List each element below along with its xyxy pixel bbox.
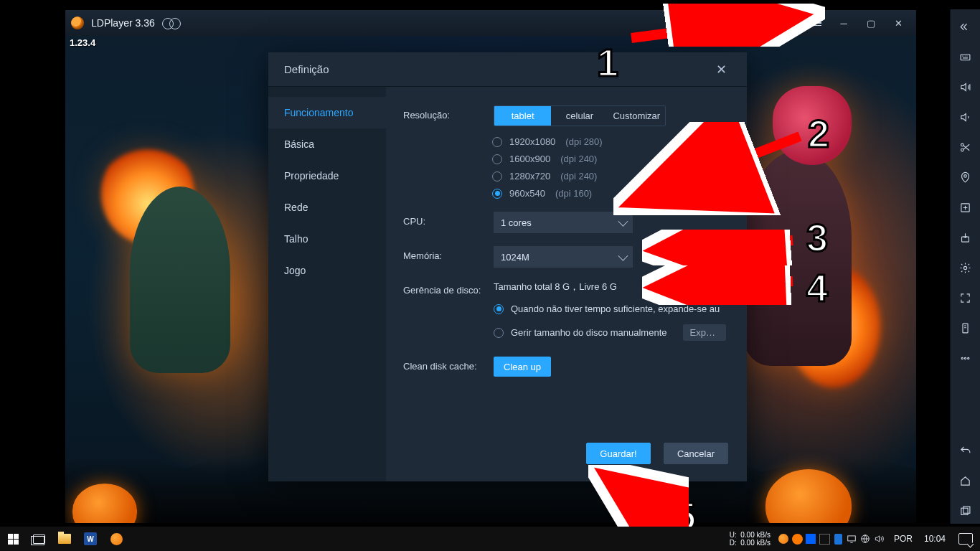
network-rate: U: 0.00 kB/s D: 0.00 kB/s (725, 531, 775, 547)
segment-customizar[interactable]: Customizar (608, 106, 665, 126)
svg-point-6 (963, 266, 966, 269)
tab-rede[interactable]: Rede (268, 192, 386, 223)
radio-icon (492, 171, 502, 182)
memory-select[interactable]: 1024M (494, 246, 633, 268)
language-indicator[interactable]: POR (888, 534, 918, 544)
chevron-down-icon (618, 217, 628, 227)
radio-icon (494, 304, 504, 314)
cache-label: Clean disk cache: (403, 357, 494, 377)
radio-icon (492, 154, 502, 164)
resolution-option-1600[interactable]: 1600x900 (dpi 240) (492, 154, 666, 164)
tray-icon[interactable] (778, 533, 790, 545)
dialog-close-button[interactable]: ✕ (711, 60, 731, 80)
tab-jogo[interactable]: Jogo (268, 255, 386, 286)
maximize-button[interactable]: ▢ (859, 13, 883, 33)
tray-icon[interactable] (846, 533, 858, 545)
chevron-down-icon (618, 251, 628, 261)
start-button[interactable] (0, 527, 26, 551)
task-view-button[interactable] (26, 527, 52, 551)
dialog-content: Resolução: tablet celular Customizar 192… (386, 87, 747, 481)
gamepad-icon[interactable] (162, 17, 181, 29)
disk-option-manual[interactable]: Gerir tamanho do disco manualmente Expan… (494, 324, 734, 341)
clock[interactable]: 10:04 (918, 534, 951, 544)
network-icon[interactable] (859, 533, 872, 545)
more-icon[interactable] (951, 345, 981, 371)
radio-icon (492, 189, 502, 199)
radio-icon (494, 328, 504, 338)
svg-rect-0 (961, 54, 970, 60)
game-version-label: 1.23.4 (70, 37, 95, 48)
tab-basica[interactable]: Básica (268, 128, 386, 160)
svg-rect-7 (963, 324, 968, 333)
word-button[interactable]: W (77, 527, 103, 551)
expand-disk-button[interactable]: Expanção (683, 324, 726, 341)
add-instance-icon[interactable] (951, 194, 981, 220)
tab-talho[interactable]: Talho (268, 223, 386, 255)
settings-dialog: Definição ✕ Funcionamento Básica Proprie… (268, 52, 747, 481)
resolution-segment: tablet celular Customizar (494, 105, 666, 126)
memory-label: Memória: (403, 246, 494, 268)
tray-icon[interactable] (791, 533, 804, 545)
svg-rect-12 (963, 507, 970, 513)
segment-celular[interactable]: celular (551, 106, 608, 126)
titlebar: LDPlayer 3.36 ─ ▢ ✕ (65, 10, 916, 36)
disk-option-auto[interactable]: Quando não tiver tempo suficiente, expan… (494, 303, 734, 314)
cpu-select[interactable]: 1 cores (494, 212, 633, 233)
svg-rect-20 (848, 536, 856, 541)
system-tray[interactable] (775, 533, 888, 545)
action-center-button[interactable] (951, 533, 980, 545)
svg-point-3 (964, 174, 967, 177)
clean-cache-button[interactable]: Clean up (494, 357, 551, 377)
right-toolbar (950, 9, 980, 524)
tray-icon[interactable] (805, 533, 817, 545)
scissors-icon[interactable] (951, 134, 981, 160)
disk-label: Gerência de disco: (403, 281, 494, 341)
ldplayer-taskbar-button[interactable] (103, 527, 129, 551)
install-apk-icon[interactable] (951, 225, 981, 250)
cancel-button[interactable]: Cancelar (664, 443, 728, 464)
fullscreen-icon[interactable] (951, 285, 981, 311)
tab-funcionamento[interactable]: Funcionamento (268, 97, 386, 128)
resolution-option-1920[interactable]: 1920x1080 (dpi 280) (492, 136, 666, 147)
disk-summary: Tamanho total 8 G，Livre 6 G (494, 281, 734, 293)
volume-down-icon[interactable] (951, 104, 981, 130)
svg-point-10 (968, 357, 969, 359)
location-icon[interactable] (951, 164, 981, 190)
app-title: LDPlayer 3.36 (91, 17, 155, 29)
save-button[interactable]: Guardar! (586, 443, 651, 464)
svg-point-9 (964, 357, 966, 359)
close-button[interactable]: ✕ (886, 13, 910, 33)
ldplayer-logo-icon (71, 17, 84, 29)
dialog-sidebar: Funcionamento Básica Propriedade Rede Ta… (268, 87, 386, 481)
resolution-option-1280[interactable]: 1280x720 (dpi 240) (492, 171, 666, 182)
back-icon[interactable] (951, 438, 981, 463)
resolution-option-960[interactable]: 960x540 (dpi 160) (492, 188, 666, 199)
volume-up-icon[interactable] (951, 74, 981, 100)
volume-icon[interactable] (873, 533, 885, 545)
cpu-label: CPU: (403, 212, 494, 233)
bluetooth-icon[interactable] (832, 533, 844, 545)
remote-icon[interactable] (951, 315, 981, 341)
minimize-button[interactable]: ─ (831, 13, 856, 33)
dialog-title: Definição (284, 63, 329, 75)
background-art (87, 100, 273, 409)
dialog-titlebar: Definição ✕ (268, 52, 747, 87)
radio-icon (492, 137, 502, 147)
collapse-sidebar-icon[interactable] (951, 14, 981, 39)
settings-icon[interactable] (951, 255, 981, 281)
keyboard-icon[interactable] (951, 44, 981, 70)
tray-icon[interactable] (819, 533, 831, 545)
recent-apps-icon[interactable] (951, 498, 981, 524)
svg-rect-11 (961, 508, 968, 514)
menu-button[interactable] (804, 13, 829, 33)
segment-tablet[interactable]: tablet (494, 106, 551, 126)
svg-point-8 (961, 357, 963, 359)
windows-taskbar: W U: 0.00 kB/s D: 0.00 kB/s POR 10:04 (0, 527, 980, 551)
home-icon[interactable] (951, 468, 981, 494)
tab-propriedade[interactable]: Propriedade (268, 160, 386, 192)
resolution-label: Resolução: (403, 105, 494, 199)
file-explorer-button[interactable] (52, 527, 77, 551)
